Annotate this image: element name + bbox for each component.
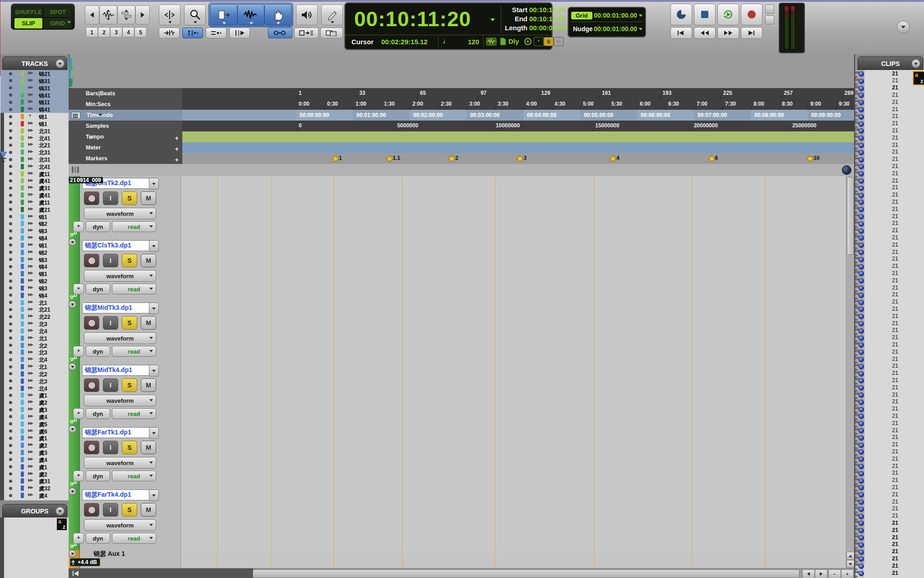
track-state-dot[interactable] <box>9 365 12 368</box>
clip-list-item[interactable]: ▶▶▶21 <box>855 420 924 427</box>
scroll-right-button[interactable] <box>815 569 827 578</box>
track-state-dot[interactable] <box>9 86 12 89</box>
groups-list[interactable]: !<ALL>az <box>0 517 69 578</box>
groups-panel-menu-button[interactable] <box>56 507 64 515</box>
track-list-item[interactable]: ▶▶虞21 <box>0 206 69 213</box>
track-state-dot[interactable] <box>9 158 12 161</box>
tracks-panel-menu-button[interactable] <box>56 60 64 68</box>
track-list-item[interactable]: ▶▶锦4 <box>0 292 69 299</box>
track-header[interactable]: 锦瑟FarTk1.dp1ISMwaveform*dynread <box>69 425 181 488</box>
clip-name-label[interactable]: 21 <box>892 170 898 177</box>
track-record-button[interactable] <box>84 378 99 392</box>
start-value[interactable]: 00:10:11:20 <box>529 6 566 14</box>
track-state-dot[interactable] <box>9 93 12 97</box>
track-solo-button[interactable]: S <box>122 378 137 392</box>
track-list-item[interactable]: ▶▶虞4 <box>0 492 69 499</box>
tempo-expand-icon[interactable] <box>90 135 93 140</box>
track-header[interactable]: 锦瑟FarTk4.dp1ISMwaveform*dynread <box>69 488 181 550</box>
zoom-preset-5[interactable]: 5 <box>134 27 147 37</box>
clip-list-item[interactable]: ▶▶▶21 <box>855 398 924 406</box>
track-input-button[interactable]: I <box>103 254 118 267</box>
ruler-label-minsec[interactable]: Min:Secs <box>69 99 183 110</box>
track-view-selector[interactable]: waveform <box>84 457 156 469</box>
clip-name-label[interactable]: 21 <box>892 420 898 426</box>
track-state-dot[interactable] <box>9 115 12 118</box>
grid-value[interactable]: 00:00:01:00.00 <box>594 12 637 19</box>
session-page-icon[interactable] <box>499 37 507 46</box>
track-collapse-button[interactable] <box>69 550 76 558</box>
timeline-insertion-icon[interactable] <box>486 37 497 46</box>
track-lane-background[interactable] <box>180 301 846 364</box>
clip-name-label[interactable]: 21 <box>892 213 898 219</box>
clip-name-label[interactable]: 21 <box>892 384 898 391</box>
marker-label[interactable]: 10 <box>813 155 819 161</box>
clip-list-item[interactable]: ▶▶▶21 <box>855 298 924 306</box>
clip-name-label[interactable]: 21 <box>892 520 898 526</box>
ruler-values-bars[interactable]: 1336597129161193225257289321 <box>182 88 854 99</box>
clip-list-item[interactable]: ▶▶▶21 <box>855 363 924 370</box>
clip-list-item[interactable]: ▶▶▶21 <box>855 348 924 355</box>
track-state-dot[interactable] <box>9 344 12 347</box>
meter-band[interactable] <box>182 142 854 153</box>
clip-name-label[interactable]: 21 <box>892 106 898 112</box>
track-list-item[interactable]: ▼锦1 <box>0 113 69 120</box>
clip-list-item[interactable]: ▶▶▶21 <box>855 141 924 149</box>
clip-list-item[interactable]: ▶▶▶21 <box>855 548 924 555</box>
track-collapse-button[interactable] <box>69 425 76 433</box>
track-list-item[interactable]: ▶▶虞1 <box>0 392 69 399</box>
clip-list-item[interactable]: ▶▶▶21 <box>855 541 924 548</box>
clip-name-label[interactable]: 21 <box>892 491 898 498</box>
track-list-item[interactable]: ▶▶虞11 <box>0 170 69 177</box>
grid-dropdown-icon[interactable] <box>639 14 642 17</box>
track-height-zoom-button[interactable] <box>117 5 135 24</box>
slip-mode-button[interactable]: SLIP <box>14 18 43 29</box>
clip-list-item[interactable]: ▶▶▶21 <box>855 156 924 163</box>
hand-tool-button[interactable] <box>264 5 291 25</box>
track-name-box[interactable]: 锦瑟ClsTk3.dp1 <box>82 240 151 251</box>
track-state-dot[interactable] <box>9 451 12 454</box>
track-mute-button[interactable]: M <box>141 191 156 205</box>
clip-name-label[interactable]: 21 <box>892 263 898 269</box>
track-header[interactable]: 锦瑟MidTk3.dp1ISMwaveform*dynread <box>69 301 181 364</box>
clip-name-label[interactable]: 21 <box>892 199 898 205</box>
track-list-item[interactable]: ▶▶北4 <box>0 356 69 363</box>
track-input-button[interactable]: I <box>103 316 118 330</box>
record-button[interactable] <box>741 4 762 25</box>
clip-name-label[interactable]: 21 <box>892 284 898 291</box>
marker-label[interactable]: 3 <box>523 155 527 161</box>
track-list-item[interactable]: ▶▶锦31 <box>0 77 69 84</box>
track-lane-background[interactable] <box>180 363 846 426</box>
track-record-button[interactable] <box>84 254 99 267</box>
track-state-dot[interactable] <box>9 243 12 247</box>
track-list-item[interactable]: ▶▶北1 <box>0 299 69 306</box>
track-elastic-button[interactable]: * <box>73 284 84 294</box>
track-state-dot[interactable] <box>9 379 12 382</box>
track-state-dot[interactable] <box>9 294 12 297</box>
clip-list-item[interactable]: ▶▶▶21 <box>855 91 924 98</box>
track-list-item[interactable]: ▶▶虞3 <box>0 406 69 413</box>
clip-name-label[interactable]: 21 <box>892 505 898 512</box>
track-name-box[interactable]: 锦瑟MidTk4.dp1 <box>82 365 151 376</box>
clip-name-label[interactable]: 21 <box>892 555 898 562</box>
track-state-dot[interactable] <box>9 200 12 204</box>
track-solo-button[interactable]: S <box>122 441 137 454</box>
clip-list-item[interactable]: ▶▶▶21 <box>855 127 924 134</box>
track-list-item[interactable]: ▶▶虞41 <box>0 177 69 184</box>
zoom-in-button[interactable] <box>135 5 150 24</box>
clip-list-item[interactable]: ▶▶▶21 <box>855 113 924 120</box>
transport-mini-top-button[interactable] <box>765 5 774 14</box>
clip-list-item[interactable]: ▶▶▶21 <box>855 477 924 484</box>
clip-list-item[interactable]: ▶▶▶21 <box>855 163 924 170</box>
go-to-end-button[interactable] <box>741 27 762 39</box>
clip-name-label[interactable]: 21 <box>892 534 898 541</box>
clip-list-item[interactable]: ▶▶▶21 <box>855 484 924 491</box>
track-list-item[interactable]: ▶▶虞1 <box>0 434 69 442</box>
track-state-dot[interactable] <box>9 186 12 190</box>
solo-status-badge[interactable]: S <box>544 37 554 46</box>
timecode-cell[interactable]: 00:08:00:00 <box>751 110 808 121</box>
track-state-dot[interactable] <box>9 415 12 418</box>
main-counter-value[interactable]: 00:10:11:20 <box>354 7 471 31</box>
track-state-dot[interactable] <box>9 329 12 332</box>
track-state-dot[interactable] <box>9 172 12 175</box>
clip-list-item[interactable]: ▶▶▶21 <box>855 391 924 398</box>
